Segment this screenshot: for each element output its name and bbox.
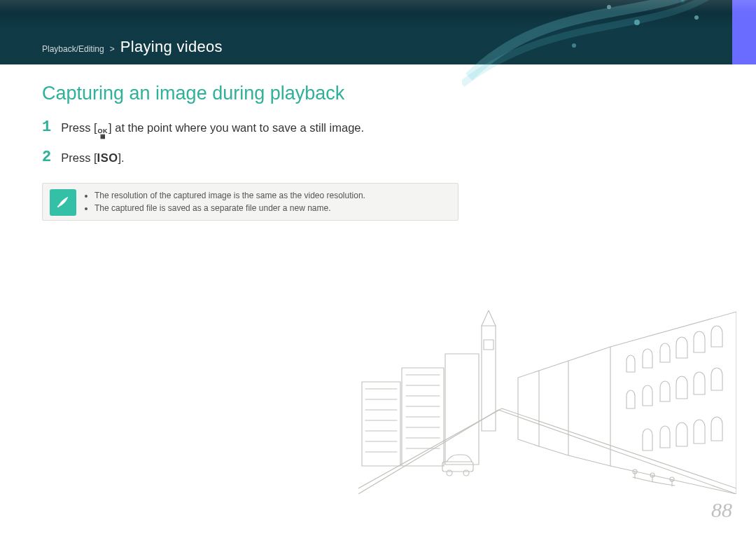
- svg-rect-10: [442, 462, 473, 472]
- note-box: The resolution of the captured image is …: [42, 183, 458, 221]
- svg-point-4: [572, 43, 576, 48]
- note-item: The resolution of the captured image is …: [94, 189, 449, 202]
- svg-point-12: [463, 470, 469, 476]
- svg-point-0: [678, 0, 687, 4]
- svg-rect-5: [362, 382, 400, 466]
- step-number: 1: [42, 120, 51, 135]
- breadcrumb-section: Playback/Editing: [42, 44, 104, 54]
- note-list: The resolution of the captured image is …: [85, 189, 449, 214]
- page-number: 88: [711, 498, 732, 522]
- page: Playback/Editing > Playing videos Captur…: [0, 0, 756, 536]
- svg-point-3: [694, 15, 699, 20]
- iso-label: ISO: [97, 151, 118, 164]
- side-accent: [732, 0, 756, 64]
- svg-point-11: [447, 470, 452, 476]
- step-2-text-post: ].: [118, 151, 125, 164]
- step-1-text-pre: Press [: [61, 121, 97, 134]
- svg-point-1: [634, 20, 640, 25]
- header-band: Playback/Editing > Playing videos: [0, 0, 756, 64]
- step-2: 2 Press [ISO].: [42, 150, 476, 165]
- city-illustration: [358, 284, 736, 494]
- decorative-swirl: [462, 0, 714, 91]
- chevron-right-icon: >: [108, 44, 116, 54]
- step-text: Press [OK▦] at the point where you want …: [61, 120, 364, 139]
- steps-list: 1 Press [OK▦] at the point where you wan…: [42, 120, 476, 166]
- breadcrumb: Playback/Editing > Playing videos: [42, 38, 223, 56]
- content: Capturing an image during playback 1 Pre…: [42, 83, 476, 221]
- pen-icon: [50, 189, 76, 216]
- ok-button-icon: OK▦: [97, 128, 109, 139]
- step-1: 1 Press [OK▦] at the point where you wan…: [42, 120, 476, 139]
- step-number: 2: [42, 150, 51, 165]
- step-text: Press [ISO].: [61, 150, 124, 165]
- page-title: Capturing an image during playback: [42, 83, 476, 104]
- svg-rect-7: [445, 354, 479, 465]
- note-item: The captured file is saved as a separate…: [94, 202, 449, 214]
- breadcrumb-title: Playing videos: [120, 38, 223, 56]
- svg-point-2: [607, 5, 611, 9]
- svg-rect-9: [484, 340, 493, 350]
- grid-icon: ▦: [100, 134, 106, 139]
- step-2-text-pre: Press [: [61, 151, 97, 164]
- step-1-text-post: ] at the point where you want to save a …: [108, 121, 364, 134]
